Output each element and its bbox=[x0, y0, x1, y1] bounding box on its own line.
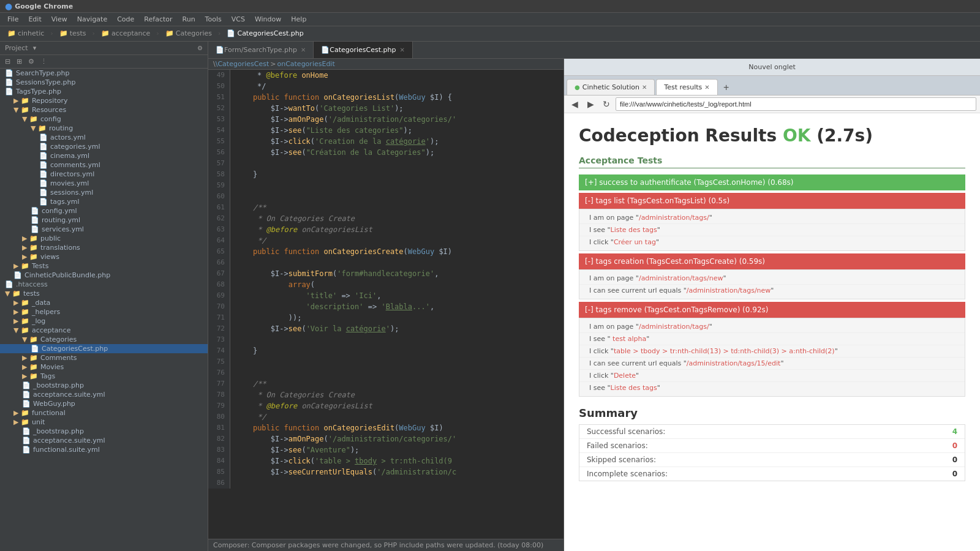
tree-item[interactable]: ▶ 📁Tags bbox=[0, 372, 208, 381]
menu-edit[interactable]: Edit bbox=[23, 14, 46, 24]
tree-item[interactable]: ▶ 📁translations bbox=[0, 243, 208, 252]
code-editor[interactable]: 49 * @before onHome50 */51 public functi… bbox=[208, 70, 564, 539]
tree-item[interactable]: ▶ 📁unit bbox=[0, 418, 208, 427]
test-bar-header[interactable]: [-] tags list (TagsCest.onTagsList) (0.5… bbox=[579, 193, 965, 209]
tree-item[interactable]: ▶ 📁Movies bbox=[0, 362, 208, 372]
menu-help[interactable]: Help bbox=[286, 14, 311, 24]
tree-item[interactable]: 📄acceptance.suite.yml bbox=[0, 390, 208, 399]
project-tab-acceptance[interactable]: 📁 acceptance bbox=[96, 28, 155, 39]
browser-nav: ◀ ▶ ↻ bbox=[564, 96, 980, 113]
project-tab-tests[interactable]: 📁 tests bbox=[55, 28, 91, 39]
expand-all-btn[interactable]: ⊞ bbox=[14, 56, 24, 67]
tree-item[interactable]: ▶ 📁Repository bbox=[0, 96, 208, 105]
tree-label: WebGuy.php bbox=[33, 400, 75, 408]
menu-file[interactable]: File bbox=[2, 14, 23, 24]
title-prefix: Codeception Results bbox=[579, 126, 783, 146]
tree-item[interactable]: ▼ 📁tests bbox=[0, 289, 208, 298]
tree-item[interactable]: ▶ 📁functional bbox=[0, 408, 208, 418]
tree-item[interactable]: 📄_bootstrap.php bbox=[0, 381, 208, 390]
tree-label: config.yml bbox=[42, 207, 77, 215]
close-icon[interactable]: ✕ bbox=[642, 84, 647, 91]
tab-categoriescest[interactable]: 📄 CategoriesCest.php ✕ bbox=[314, 42, 413, 59]
menu-refactor[interactable]: Refactor bbox=[139, 14, 177, 24]
tree-item[interactable]: 📄_bootstrap.php bbox=[0, 427, 208, 436]
tree-label: Comments bbox=[40, 354, 77, 362]
tree-item[interactable]: 📄cinema.yml bbox=[0, 151, 208, 160]
tree-item[interactable]: ▶ 📁public bbox=[0, 234, 208, 243]
tree-item[interactable]: 📄WebGuy.php bbox=[0, 399, 208, 408]
tree-item[interactable]: ▶ 📁_data bbox=[0, 298, 208, 307]
tree-item[interactable]: ▶ 📁_helpers bbox=[0, 307, 208, 317]
tree-label: _helpers bbox=[32, 308, 60, 316]
tree-item[interactable]: 📄movies.yml bbox=[0, 179, 208, 188]
close-icon[interactable]: ✕ bbox=[400, 47, 405, 53]
tree-item[interactable]: 📄services.yml bbox=[0, 225, 208, 234]
close-icon[interactable]: ✕ bbox=[301, 47, 306, 53]
menu-run[interactable]: Run bbox=[178, 14, 200, 24]
test-step: I see "Liste des tags" bbox=[579, 382, 965, 394]
test-bar-header[interactable]: [+] success to authentificate (TagsCest.… bbox=[579, 174, 965, 190]
menu-navigate[interactable]: Navigate bbox=[72, 14, 112, 24]
tree-item[interactable]: 📄comments.yml bbox=[0, 160, 208, 170]
menu-window[interactable]: Window bbox=[250, 14, 286, 24]
tree-item[interactable]: 📄routing.yml bbox=[0, 216, 208, 225]
test-step: I can see current url equals "/administr… bbox=[579, 358, 965, 370]
close-icon[interactable]: ✕ bbox=[704, 84, 709, 91]
sidebar-settings-btn[interactable]: ⚙ bbox=[197, 45, 203, 51]
back-button[interactable]: ◀ bbox=[568, 97, 581, 111]
yaml-icon: 📄 bbox=[31, 225, 39, 233]
tree-item[interactable]: 📄TagsType.php bbox=[0, 87, 208, 96]
tree-item[interactable]: 📄sessions.yml bbox=[0, 188, 208, 197]
menu-tools[interactable]: Tools bbox=[200, 14, 227, 24]
tab-searchtype[interactable]: 📄 Form/SearchType.php ✕ bbox=[208, 42, 314, 59]
tree-item[interactable]: 📄config.yml bbox=[0, 206, 208, 216]
code-line: 73 bbox=[208, 334, 564, 345]
folder-icon: 📁 bbox=[7, 29, 16, 37]
browser-tab-results[interactable]: Test results ✕ bbox=[656, 79, 717, 95]
collapse-all-btn[interactable]: ⊟ bbox=[2, 56, 13, 67]
tree-item[interactable]: ▶ 📁Tests bbox=[0, 261, 208, 271]
tree-item[interactable]: 📄SessionsType.php bbox=[0, 78, 208, 87]
folder-icon: ▶ 📁 bbox=[13, 409, 29, 417]
menubar: File Edit View Navigate Code Refactor Ru… bbox=[0, 13, 980, 26]
tree-item[interactable]: 📄acceptance.suite.yml bbox=[0, 436, 208, 445]
menu-code[interactable]: Code bbox=[112, 14, 139, 24]
test-bar-header[interactable]: [-] tags remove (TagsCest.onTagsRemove) … bbox=[579, 302, 965, 318]
browser-tab-cinhetic[interactable]: ● Cinhetic Solution ✕ bbox=[567, 79, 655, 95]
new-tab-button[interactable]: + bbox=[719, 80, 734, 95]
tree-item[interactable]: ▼ 📁acceptance bbox=[0, 326, 208, 335]
address-bar[interactable] bbox=[616, 97, 976, 111]
project-tab-categories[interactable]: 📁 Categories bbox=[160, 28, 217, 39]
tree-item[interactable]: 📄actors.yml bbox=[0, 133, 208, 142]
tree-item[interactable]: 📄tags.yml bbox=[0, 197, 208, 206]
tree-item[interactable]: ▼ 📁Categories bbox=[0, 335, 208, 344]
forward-button[interactable]: ▶ bbox=[584, 97, 597, 111]
tree-item[interactable]: ▶ 📁views bbox=[0, 252, 208, 261]
tree-item[interactable]: ▼ 📁routing bbox=[0, 124, 208, 133]
test-bar-header[interactable]: [-] tags creation (TagsCest.onTagsCreate… bbox=[579, 253, 965, 269]
project-tab-file[interactable]: 📄 CategoriesCest.php bbox=[222, 28, 308, 39]
more-btn[interactable]: ⋮ bbox=[38, 56, 50, 67]
tree-item[interactable]: 📄.htaccess bbox=[0, 280, 208, 289]
tree-item[interactable]: ▼ 📁config bbox=[0, 114, 208, 124]
acceptance-tests-heading: Acceptance Tests bbox=[579, 156, 965, 168]
menu-vcs[interactable]: VCS bbox=[227, 14, 250, 24]
tree-item[interactable]: ▼ 📁Resources bbox=[0, 105, 208, 114]
test-bar: [-] tags remove (TagsCest.onTagsRemove) … bbox=[579, 302, 965, 397]
tree-item[interactable]: 📄SearchType.php bbox=[0, 69, 208, 78]
summary-row: Successful scenarios:4 bbox=[579, 425, 965, 439]
menu-view[interactable]: View bbox=[47, 14, 72, 24]
tree-item[interactable]: 📄CategoriesCest.php bbox=[0, 344, 208, 353]
refresh-button[interactable]: ↻ bbox=[600, 97, 613, 111]
test-bar: [-] tags list (TagsCest.onTagsList) (0.5… bbox=[579, 193, 965, 251]
tree-item[interactable]: 📄CinheticPublicBundle.php bbox=[0, 271, 208, 280]
tree-item[interactable]: ▶ 📁Comments bbox=[0, 353, 208, 362]
tree-item[interactable]: 📄categories.yml bbox=[0, 142, 208, 151]
gear-icon-btn[interactable]: ⚙ bbox=[26, 56, 37, 67]
php-icon: 📄 bbox=[22, 381, 31, 389]
tree-item[interactable]: ▶ 📁_log bbox=[0, 317, 208, 326]
test-step: I see " test alpha" bbox=[579, 333, 965, 345]
project-tab-cinhetic[interactable]: 📁 cinhetic bbox=[2, 28, 49, 39]
tree-item[interactable]: 📄directors.yml bbox=[0, 170, 208, 179]
tree-item[interactable]: 📄functional.suite.yml bbox=[0, 445, 208, 454]
